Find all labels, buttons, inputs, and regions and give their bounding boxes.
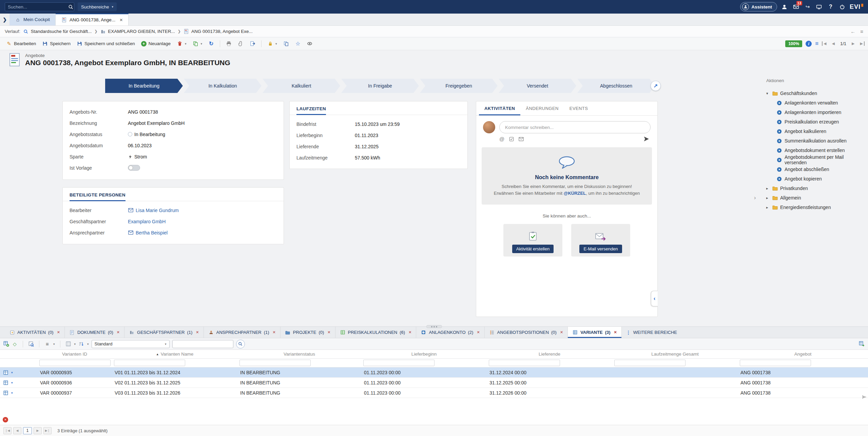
- mail-icon[interactable]: 13: [792, 3, 800, 11]
- lock-button[interactable]: ▾: [265, 39, 280, 48]
- caret-right-icon[interactable]: ▸: [766, 196, 770, 200]
- workflow-step-in-freigabe[interactable]: In Freigabe: [341, 79, 419, 93]
- tab-aktivitaeten-bottom[interactable]: AKTIVITÄTEN(0) ✕: [5, 327, 65, 338]
- new-button[interactable]: + Neuanlage: [138, 40, 173, 48]
- workflow-step-in-kalkulation[interactable]: In Kalkulation: [184, 79, 262, 93]
- col-lieferende[interactable]: Lieferende: [487, 352, 612, 357]
- copy-button[interactable]: ▾: [190, 39, 205, 48]
- grid-search-button[interactable]: [236, 340, 245, 348]
- columns-icon[interactable]: [65, 341, 71, 347]
- filter-varianten-name[interactable]: [114, 360, 185, 366]
- mail-small-icon[interactable]: [518, 136, 524, 142]
- tree-group-allgemein[interactable]: ▸ Allgemein: [766, 193, 865, 203]
- close-tab-icon[interactable]: ✕: [327, 330, 330, 335]
- save-button[interactable]: Speichern: [39, 39, 73, 48]
- refresh-button[interactable]: ↻: [206, 39, 217, 48]
- filter-lieferende[interactable]: [489, 360, 560, 366]
- filter-angebot[interactable]: [740, 360, 811, 366]
- export-button[interactable]: [247, 39, 258, 48]
- col-varianten-name[interactable]: ▲Varianten Name: [112, 352, 237, 357]
- current-page[interactable]: 1: [23, 427, 32, 434]
- user-icon[interactable]: [780, 3, 789, 11]
- action-angebotsdokument-mail[interactable]: Angebotsdokument per Mail versenden: [766, 155, 865, 165]
- collapse-panel-icon[interactable]: ‹: [651, 291, 658, 306]
- mention-icon[interactable]: @: [499, 136, 504, 142]
- tree-group-geschaeftskunden[interactable]: ▾ Geschäftskunden: [766, 89, 865, 98]
- attach-button[interactable]: [235, 39, 246, 48]
- breadcrumb-item-offer[interactable]: ANG 0001738, Angebot Exe...: [184, 29, 253, 34]
- global-search[interactable]: [5, 2, 74, 11]
- history-back-icon[interactable]: ←: [850, 29, 855, 34]
- dock-left-icon[interactable]: [862, 395, 867, 401]
- info-icon[interactable]: i: [806, 41, 812, 47]
- tab-record[interactable]: ANG 0001738, Ange... ✕: [56, 14, 129, 25]
- caret-right-icon[interactable]: ▸: [766, 205, 770, 210]
- row-menu-icon[interactable]: ▾: [11, 381, 13, 384]
- close-tab-icon[interactable]: ✕: [560, 330, 563, 335]
- send-email-card[interactable]: E-Mail versenden: [571, 224, 630, 257]
- nav-expand-icon[interactable]: ❯: [0, 14, 9, 25]
- favorite-button[interactable]: ☆: [292, 39, 304, 48]
- power-icon[interactable]: [838, 3, 846, 11]
- devices-icon[interactable]: [815, 3, 823, 11]
- tab-variante[interactable]: VARIANTE(3) ✕: [568, 327, 622, 338]
- delete-button[interactable]: ▾: [174, 39, 189, 48]
- action-angebot-kopieren[interactable]: Angebot kopieren: [766, 174, 865, 184]
- tab-anlagenkonto[interactable]: ANLAGENKONTO(2) ✕: [416, 327, 484, 338]
- last-record-icon[interactable]: ▶: [859, 41, 865, 46]
- workflow-step-in-bearbeitung[interactable]: In Bearbeitung: [105, 79, 183, 93]
- row-menu-icon[interactable]: ▾: [11, 371, 13, 374]
- tree-group-energiedienstleistungen[interactable]: ▸ Energiedienstleistungen: [766, 203, 865, 212]
- close-tab-icon[interactable]: ✕: [273, 330, 276, 335]
- next-record-icon[interactable]: ▶: [851, 41, 855, 46]
- menu-icon[interactable]: ≡: [815, 40, 818, 47]
- action-anlagenkonten-importieren[interactable]: Anlagenkonten importieren: [766, 108, 865, 117]
- send-icon[interactable]: [643, 136, 649, 142]
- envelope-icon[interactable]: [128, 207, 134, 213]
- sort-icon[interactable]: [78, 341, 84, 347]
- col-laufzeitmenge[interactable]: Laufzeitmenge Gesamt: [612, 352, 738, 357]
- table-row[interactable]: ▾ VAR 00000937 V03 01.11.2023 bis 31.12.…: [0, 388, 868, 398]
- chevron-down-icon[interactable]: ▾: [74, 342, 76, 346]
- grid-export-icon[interactable]: [859, 341, 865, 347]
- table-row[interactable]: ▾ VAR 00000936 V02 01.11.2023 bis 31.12.…: [0, 378, 868, 388]
- caret-right-icon[interactable]: ▸: [766, 186, 770, 191]
- grid-quick-filter-input[interactable]: [172, 340, 233, 348]
- close-tab-icon[interactable]: ✕: [196, 330, 199, 335]
- tab-aktivitaeten[interactable]: AKTIVITÄTEN: [479, 101, 520, 115]
- action-angebot-kalkulieren[interactable]: Angebot kalkulieren: [766, 127, 865, 136]
- edit-button[interactable]: ✎ Bearbeiten: [3, 39, 39, 48]
- tab-events[interactable]: EVENTS: [564, 101, 593, 115]
- col-lieferbeginn[interactable]: Lieferbeginn: [361, 352, 487, 357]
- close-tab-icon[interactable]: ✕: [408, 330, 411, 335]
- action-angebotsdokument-erstellen[interactable]: Angebotsdokument erstellen: [766, 146, 865, 155]
- filter-varianten-id[interactable]: [39, 360, 111, 366]
- workflow-step-kalkuliert[interactable]: Kalkuliert: [263, 79, 340, 93]
- prev-page-icon[interactable]: ◀: [13, 427, 21, 434]
- filter-laufzeitmenge[interactable]: [614, 360, 686, 366]
- col-varianten-id[interactable]: Varianten ID: [37, 352, 112, 357]
- first-record-icon[interactable]: ◀: [822, 41, 827, 46]
- geschaeftspartner-link[interactable]: Examplaro GmbH: [128, 219, 166, 224]
- search-icon[interactable]: [68, 4, 74, 10]
- col-variantenstatus[interactable]: Variantenstatus: [237, 352, 361, 357]
- create-activity-card[interactable]: Aktivität erstellen: [503, 224, 562, 257]
- close-tab-icon[interactable]: ✕: [119, 18, 123, 22]
- tree-group-privatkunden[interactable]: ▸ Privatkunden: [766, 184, 865, 193]
- filter-variantenstatus[interactable]: [239, 360, 311, 366]
- tab-ansprechpartner[interactable]: ANSPRECHPARTNER(1) ✕: [204, 327, 281, 338]
- tab-mein-cockpit[interactable]: ⌂ Mein Cockpit: [9, 14, 56, 25]
- close-tab-icon[interactable]: ✕: [477, 330, 480, 335]
- panel-splitter[interactable]: [426, 325, 442, 328]
- breadcrumb-item-company[interactable]: EXAMPLARO GIEßEN, INTER...: [100, 29, 175, 34]
- tab-aenderungen[interactable]: ÄNDERUNGEN: [520, 101, 564, 115]
- share-icon[interactable]: ↪: [804, 3, 812, 11]
- bearbeiter-link[interactable]: Lisa Marie Gundrum: [136, 208, 179, 213]
- task-icon[interactable]: [508, 136, 514, 142]
- rows-view-icon[interactable]: ≡: [44, 341, 50, 347]
- envelope-icon[interactable]: [128, 230, 134, 235]
- prev-record-icon[interactable]: ◀: [831, 41, 836, 46]
- close-tab-icon[interactable]: ✕: [117, 330, 120, 335]
- workflow-step-freigegeben[interactable]: Freigegeben: [420, 79, 498, 93]
- assistant-button[interactable]: Assistent: [740, 2, 777, 12]
